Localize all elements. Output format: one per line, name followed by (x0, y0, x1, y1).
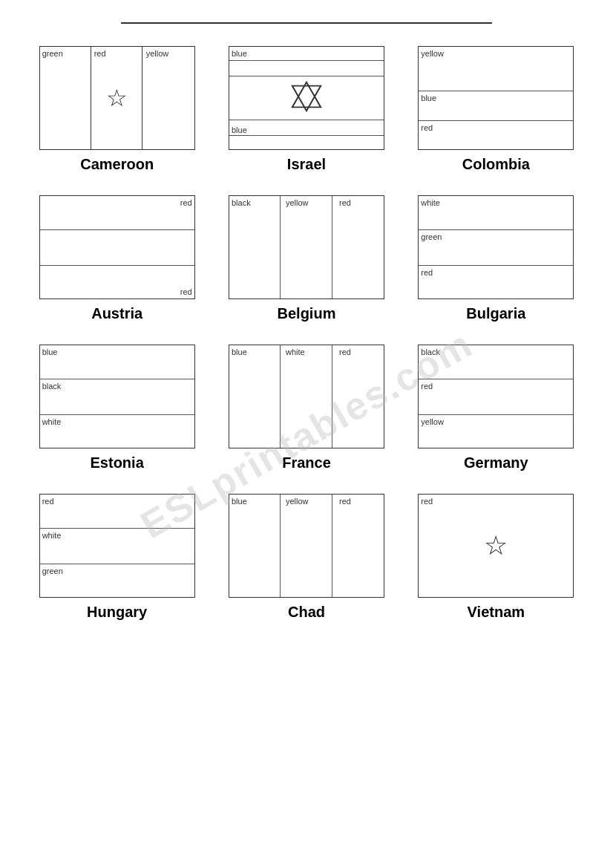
stripe-red-top (40, 196, 194, 230)
label-red: red (421, 123, 433, 132)
label-red: red (421, 382, 433, 391)
flag-box-france: blue white red (229, 345, 384, 448)
flag-box-chad: blue yellow red (229, 494, 384, 598)
flags-grid: green red yellow ☆ Cameroon blue blue Is… (30, 46, 583, 621)
label-red: red (421, 497, 433, 506)
label-white: white (42, 417, 62, 426)
star-icon: ☆ (106, 84, 128, 112)
flag-label-france: France (282, 454, 331, 471)
label-yellow: yellow (421, 417, 444, 426)
label-green: green (421, 232, 442, 241)
stripe-green (40, 564, 194, 598)
stripe-blue (419, 91, 573, 121)
stripe-white (281, 345, 332, 448)
label-red: red (94, 49, 106, 58)
label-white: white (421, 198, 440, 207)
stripe-blue (229, 495, 281, 597)
flag-item-estonia: blue black white Estonia (30, 345, 204, 471)
flag-item-cameroon: green red yellow ☆ Cameroon (30, 46, 204, 173)
label-red: red (42, 497, 54, 506)
flag-label-israel: Israel (287, 156, 326, 173)
flag-item-chad: blue yellow red Chad (219, 494, 393, 621)
flag-label-vietnam: Vietnam (468, 604, 525, 621)
label-red-bot: red (180, 287, 192, 296)
stripe-white (40, 230, 194, 266)
label-yellow: yellow (286, 497, 309, 506)
stripe-red (332, 495, 384, 597)
flag-label-colombia: Colombia (462, 156, 530, 173)
stripe-red (40, 495, 194, 529)
stripe-white (419, 196, 573, 230)
stripe-white (40, 415, 194, 448)
flag-item-israel: blue blue Israel (219, 46, 393, 173)
flag-box-belgium: black yellow red (229, 195, 384, 299)
stripe-black (229, 196, 281, 298)
flag-label-hungary: Hungary (87, 604, 147, 621)
stripe-blue-bot (229, 120, 384, 136)
label-white: white (42, 531, 62, 540)
label-black: black (42, 382, 62, 391)
star-of-david-icon (289, 79, 324, 117)
stripe-blue (40, 345, 194, 379)
flag-box-germany: black red yellow (418, 345, 574, 448)
stripe-black (40, 379, 194, 415)
flag-item-hungary: red white green Hungary (30, 494, 204, 621)
star-icon: ☆ (484, 530, 508, 561)
flag-box-austria: red red (39, 195, 195, 299)
stripe-blue (229, 345, 281, 448)
stripe-black (419, 345, 573, 379)
flag-item-france: blue white red France (219, 345, 393, 471)
label-black: black (232, 198, 251, 207)
stripe-white (40, 529, 194, 564)
flag-item-colombia: yellow blue red Colombia (409, 46, 583, 173)
stripe-yellow (281, 495, 332, 597)
flag-label-cameroon: Cameroon (80, 156, 154, 173)
label-red: red (339, 347, 351, 356)
label-yellow: yellow (146, 49, 169, 58)
label-green: green (42, 567, 63, 575)
top-line (121, 22, 492, 24)
stripe-red (332, 196, 384, 298)
flag-box-colombia: yellow blue red (418, 46, 574, 150)
label-yellow: yellow (421, 49, 444, 58)
flag-box-hungary: red white green (39, 494, 195, 598)
flag-item-bulgaria: white green red Bulgaria (409, 195, 583, 322)
flag-box-cameroon: green red yellow ☆ (39, 46, 195, 150)
flag-label-belgium: Belgium (278, 305, 336, 322)
stripe-green (40, 47, 91, 149)
label-white: white (286, 347, 305, 356)
label-blue: blue (421, 94, 436, 102)
label-blue: blue (232, 347, 247, 356)
flag-item-austria: red red Austria (30, 195, 204, 322)
stripe-red (332, 345, 384, 448)
stripe-yellow (142, 47, 194, 149)
stripe-yellow (281, 196, 332, 298)
label-blue-bot: blue (232, 125, 247, 134)
flag-item-belgium: black yellow red Belgium (219, 195, 393, 322)
flag-item-vietnam: red ☆ Vietnam (409, 494, 583, 621)
label-black: black (421, 347, 440, 356)
label-red: red (339, 198, 351, 207)
flag-label-estonia: Estonia (91, 454, 144, 471)
flag-box-israel: blue blue (229, 46, 384, 150)
stripe-green (419, 230, 573, 266)
label-blue-top: blue (232, 49, 247, 58)
flag-box-estonia: blue black white (39, 345, 195, 448)
label-red-top: red (180, 198, 192, 207)
label-blue: blue (232, 497, 247, 506)
flag-label-chad: Chad (288, 604, 325, 621)
flag-box-vietnam: red ☆ (418, 494, 574, 598)
flag-label-austria: Austria (91, 305, 142, 322)
stripe-red (419, 121, 573, 150)
stripe-red (419, 266, 573, 299)
stripe-red (419, 379, 573, 415)
flag-box-bulgaria: white green red (418, 195, 574, 299)
flag-label-germany: Germany (464, 454, 528, 471)
label-yellow: yellow (286, 198, 309, 207)
label-green: green (42, 49, 63, 58)
flag-label-bulgaria: Bulgaria (466, 305, 525, 322)
flag-item-germany: black red yellow Germany (409, 345, 583, 471)
stripe-blue-top (229, 60, 384, 76)
stripe-red-bot (40, 266, 194, 299)
label-blue: blue (42, 347, 58, 356)
